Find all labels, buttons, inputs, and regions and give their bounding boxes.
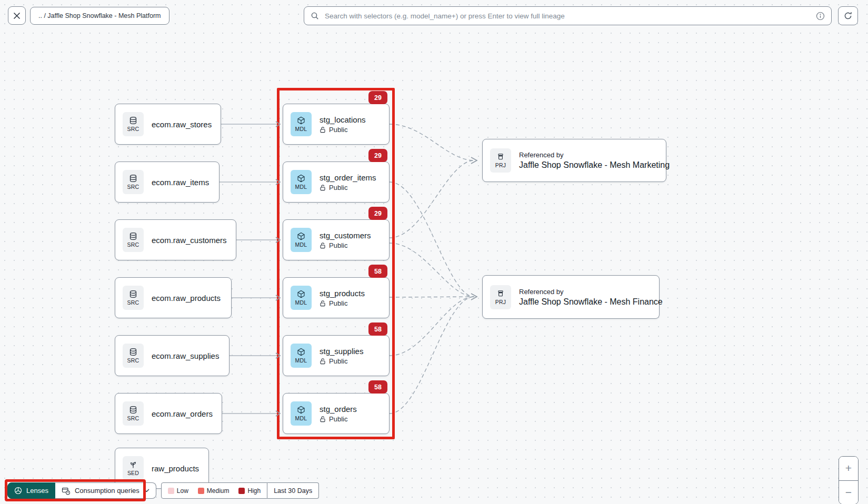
node-type-caption: SED xyxy=(127,470,139,476)
source-node-raw-products[interactable]: SRC ecom.raw_products xyxy=(115,277,232,318)
consumption-count-badge: 58 xyxy=(368,380,387,394)
node-title: stg_supplies xyxy=(320,347,363,356)
project-arrowheads xyxy=(471,157,477,300)
database-icon xyxy=(129,406,137,414)
close-button[interactable] xyxy=(8,6,26,25)
node-type-caption: MDL xyxy=(295,415,307,421)
model-node-stg-customers[interactable]: 29 MDL stg_customers Public xyxy=(283,219,390,260)
model-node-stg-supplies[interactable]: 58 MDL stg_supplies Public xyxy=(283,335,390,376)
cube-icon xyxy=(297,290,305,298)
seed-tile: SED xyxy=(123,456,144,480)
node-title: ecom.raw_items xyxy=(152,178,209,187)
node-type-caption: SRC xyxy=(127,126,139,132)
referenced-by-label: Referenced by xyxy=(519,288,663,296)
close-icon xyxy=(13,12,21,19)
project-tile: PRJ xyxy=(490,285,511,309)
node-type-caption: PRJ xyxy=(495,299,506,305)
refresh-icon xyxy=(843,11,853,21)
legend-label: High xyxy=(247,487,261,495)
model-node-stg-locations[interactable]: 29 MDL stg_locations Public xyxy=(283,104,390,145)
refresh-button[interactable] xyxy=(838,6,858,25)
database-icon xyxy=(129,174,137,183)
zoom-in-button[interactable]: + xyxy=(839,457,858,481)
node-type-caption: SRC xyxy=(127,184,139,190)
zoom-out-button[interactable]: − xyxy=(839,481,858,504)
visibility-label: Public xyxy=(329,184,347,191)
cube-icon xyxy=(297,232,305,240)
legend-item-medium: Medium xyxy=(198,487,230,495)
unlock-icon xyxy=(320,184,326,191)
project-node-mesh-marketing[interactable]: PRJ Referenced by Jaffle Shop Snowflake … xyxy=(482,139,666,182)
node-title: ecom.raw_stores xyxy=(152,120,212,129)
source-tile: SRC xyxy=(123,401,144,426)
lens-toolbar: Lenses Consumption queries Low Medium Hi… xyxy=(7,482,319,499)
consumption-count-badge: 29 xyxy=(368,149,387,162)
node-title: raw_products xyxy=(152,464,199,473)
database-icon xyxy=(129,290,137,298)
time-range-label: Last 30 Days xyxy=(274,487,312,495)
node-title: stg_locations xyxy=(320,115,366,124)
node-type-caption: SRC xyxy=(127,299,139,306)
node-type-caption: PRJ xyxy=(495,162,506,168)
lenses-button[interactable]: Lenses xyxy=(7,482,55,499)
node-title: ecom.raw_supplies xyxy=(152,351,219,360)
node-title: ecom.raw_products xyxy=(152,294,221,303)
consumption-count-badge: 58 xyxy=(368,265,387,278)
legend-swatch-medium xyxy=(198,488,204,494)
info-icon[interactable] xyxy=(816,12,825,21)
visibility-label: Public xyxy=(329,241,347,249)
unlock-icon xyxy=(320,416,326,422)
model-node-stg-products[interactable]: 58 MDL stg_products Public xyxy=(283,277,390,318)
legend-item-high: High xyxy=(238,487,261,495)
breadcrumb[interactable]: .. / Jaffle Shop Snowflake - Mesh Platfo… xyxy=(30,7,169,25)
project-tile: PRJ xyxy=(490,148,511,173)
visibility-label: Public xyxy=(329,357,347,365)
lens-select[interactable]: Consumption queries xyxy=(55,482,156,499)
consumption-count-badge: 29 xyxy=(368,207,387,220)
consumption-count-badge: 29 xyxy=(368,91,387,104)
model-node-stg-orders[interactable]: 58 MDL stg_orders Public xyxy=(283,393,390,434)
project-node-mesh-finance[interactable]: PRJ Referenced by Jaffle Shop Snowflake … xyxy=(482,275,660,319)
search-bar[interactable] xyxy=(304,6,832,25)
database-icon xyxy=(129,232,137,240)
node-title: stg_customers xyxy=(320,231,371,240)
legend-swatch-high xyxy=(238,488,245,494)
source-tile: SRC xyxy=(123,286,144,310)
source-node-raw-items[interactable]: SRC ecom.raw_items xyxy=(115,162,220,203)
source-tile: SRC xyxy=(123,170,144,194)
node-title: stg_order_items xyxy=(320,173,376,182)
source-node-raw-supplies[interactable]: SRC ecom.raw_supplies xyxy=(115,335,230,376)
time-range-button[interactable]: Last 30 Days xyxy=(267,482,319,499)
visibility-label: Public xyxy=(329,299,347,307)
source-node-raw-stores[interactable]: SRC ecom.raw_stores xyxy=(115,104,221,145)
search-icon xyxy=(311,12,319,20)
model-tile: MDL xyxy=(291,112,312,136)
model-tile: MDL xyxy=(291,401,312,426)
model-tile: MDL xyxy=(291,170,312,194)
breadcrumb-label: .. / Jaffle Shop Snowflake - Mesh Platfo… xyxy=(38,12,161,19)
lens-aperture-icon xyxy=(14,487,22,495)
database-icon xyxy=(129,348,137,356)
node-type-caption: MDL xyxy=(295,184,307,190)
node-title: stg_products xyxy=(320,289,365,298)
unlock-icon xyxy=(320,300,326,307)
node-type-caption: SRC xyxy=(127,241,139,248)
node-type-caption: MDL xyxy=(295,299,307,306)
node-title: stg_orders xyxy=(320,405,357,414)
cube-icon xyxy=(297,174,305,183)
source-tile: SRC xyxy=(123,344,144,368)
consumption-count-badge: 58 xyxy=(368,322,387,336)
unlock-icon xyxy=(320,126,326,133)
project-name: Jaffle Shop Snowflake - Mesh Marketing xyxy=(519,160,670,170)
search-input[interactable] xyxy=(324,12,811,21)
node-type-caption: MDL xyxy=(295,357,307,364)
source-node-raw-customers[interactable]: SRC ecom.raw_customers xyxy=(115,219,236,260)
source-tile: SRC xyxy=(123,228,144,252)
visibility-label: Public xyxy=(329,415,347,423)
unlock-icon xyxy=(320,358,326,365)
source-node-raw-orders[interactable]: SRC ecom.raw_orders xyxy=(115,393,222,434)
model-node-stg-order-items[interactable]: 29 MDL stg_order_items Public xyxy=(283,162,390,203)
model-tile: MDL xyxy=(291,286,312,310)
legend-label: Low xyxy=(177,487,188,495)
legend-item-low: Low xyxy=(168,487,188,495)
